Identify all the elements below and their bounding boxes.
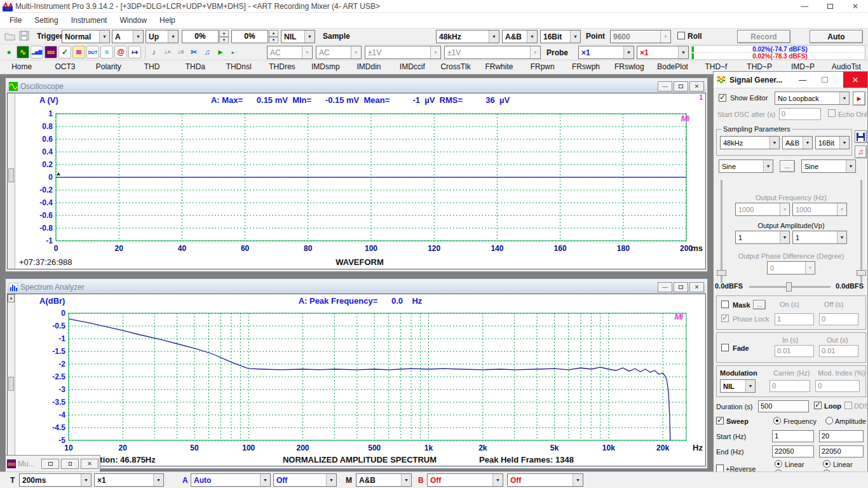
sweep-start-a-field[interactable]: 1 [772,430,814,442]
oscilloscope-icon[interactable]: ∿ [17,46,29,58]
open-icon[interactable] [4,30,16,41]
ddp-viewer-icon[interactable]: @ [114,46,127,58]
channel-b-trigger-select[interactable]: Off▼ [427,473,503,487]
probe-calibration-icon[interactable]: ✂ [187,46,200,58]
menu-window[interactable]: Window [114,14,153,27]
sweep-scale-a-linear-radio[interactable] [775,460,782,468]
zero-a-icon[interactable]: ⊥A [161,46,173,58]
fade-checkbox[interactable] [721,344,729,351]
oscilloscope-pan-strip[interactable] [8,93,15,269]
spectrum-minimize-button[interactable]: — [658,282,672,292]
sample-rate-select[interactable]: 48kHz▼ [436,30,499,43]
trigger-delay-stepper[interactable]: 0%▲▼ [231,30,278,43]
trigger-couple-select[interactable]: NIL▼ [281,30,315,43]
probe-a-select[interactable]: ×1▼ [578,46,634,59]
sample-bits-select[interactable]: 16Bit▼ [540,30,581,43]
roll-checkbox[interactable] [677,32,685,39]
generator-rate-select[interactable]: 48kHz▼ [720,136,780,149]
sample-channels-select[interactable]: A&B▼ [502,30,538,43]
channel-b-filter-select[interactable]: Off▼ [507,473,583,487]
menu-instrument[interactable]: Instrument [65,14,113,27]
play-icon[interactable]: ► [214,46,227,58]
oscilloscope-minimize-button[interactable]: — [658,81,672,92]
sweep-start-b-field[interactable]: 20 [819,430,864,442]
signal-generator-close-button[interactable]: ✕ [843,72,867,88]
loop-checkbox[interactable] [814,402,822,409]
spectrum-title-bar[interactable]: Spectrum Analyzer — ✕ [7,280,706,294]
tab-polarity[interactable]: Polarity [87,60,130,74]
trigger-mode-select[interactable]: Normal▼ [62,30,110,43]
mask-checkbox[interactable] [721,301,729,308]
multimeter-close-button[interactable]: ✕ [81,459,98,469]
show-editor-checkbox[interactable] [719,94,726,102]
signal-generator-maximize-button[interactable] [822,77,828,83]
sweep-end-b-field[interactable]: 22050 [819,445,864,458]
trigger-source-select[interactable]: A▼ [112,30,144,43]
waveform-b-select[interactable]: Sine▼ [801,159,856,173]
generator-save-icon[interactable] [855,130,867,143]
tab-thda[interactable]: THDa [173,60,217,74]
generator-bits-select[interactable]: 16Bit▼ [815,136,850,149]
timebase-select[interactable]: 200ms▼ [19,473,92,487]
amplitude-a-select[interactable]: 1▼ [735,231,790,244]
data-logger-icon[interactable]: ≈ [100,46,113,58]
tab-imdccif[interactable]: IMDccif [391,60,434,74]
waveform-a-select[interactable]: Sine▼ [719,159,773,173]
minimize-button[interactable]: — [792,0,817,13]
scroll-up-icon[interactable]: ▲ [8,294,15,302]
signal-generator-minimize-button[interactable]: — [799,76,806,85]
tab-frwhite[interactable]: FRwhite [477,60,520,74]
spectrum-analyzer-icon[interactable]: ▂▅▇ [31,46,43,58]
sweep-scale-b-linear-radio[interactable] [823,460,831,468]
sound-input-icon[interactable]: ♪ [147,46,160,58]
tab-crosstlk[interactable]: CrossTlk [434,60,477,74]
modulation-type-select[interactable]: NIL▼ [720,379,756,393]
generator-play-button[interactable]: ► [853,92,865,105]
spectrum-close-button[interactable]: ✕ [689,282,704,292]
device-test-plan-icon[interactable]: ✓ [58,46,71,58]
spectrum-maximize-button[interactable] [674,282,688,292]
probe-b-select[interactable]: ×1▼ [637,46,689,59]
auto-button[interactable]: Auto [810,30,863,43]
tab-thd[interactable]: THD [130,60,173,74]
multimeter-restore-button[interactable] [41,459,59,469]
oscilloscope-title-bar[interactable]: Oscilloscope — ✕ [7,79,706,93]
channel-a-filter-select[interactable]: Off▼ [273,473,337,487]
loopback-select[interactable]: No Loopback▼ [775,92,850,105]
channel-a-trigger-select[interactable]: Auto▼ [191,473,271,487]
math-channels-select[interactable]: A&B▼ [356,473,412,487]
device-under-test-icon[interactable]: DUT [86,46,99,58]
tab-oct3[interactable]: OCT3 [43,60,86,74]
sweep-amplitude-radio[interactable] [825,417,833,424]
oscilloscope-maximize-button[interactable] [674,81,688,92]
multiplier-select[interactable]: ×1▼ [94,473,164,487]
close-button[interactable]: ✕ [843,0,868,13]
amplitude-slider-b-thumb[interactable] [857,270,866,276]
trigger-edge-select[interactable]: Up▼ [146,30,179,43]
menu-help[interactable]: Help [154,14,181,27]
tab-imddin[interactable]: IMDdin [347,60,390,74]
duration-field[interactable]: 500 [758,400,809,412]
balance-slider-thumb[interactable] [786,282,792,292]
play-loop-icon[interactable]: ►◦ [227,46,240,58]
sweep-checkbox[interactable] [716,417,724,424]
tab-thdres[interactable]: THDres [261,60,304,74]
derived-data-curve-icon[interactable]: ↦ [128,46,141,58]
tab-frpwn[interactable]: FRpwn [521,60,564,74]
sweep-frequency-radio[interactable] [773,417,781,424]
tab-frswph[interactable]: FRswph [564,60,607,74]
tab-imdsmp[interactable]: IMDsmp [304,60,347,74]
maximize-button[interactable] [817,0,843,13]
run-icon[interactable]: ● [3,46,15,58]
oscilloscope-close-button[interactable]: ✕ [689,81,704,92]
zero-b-icon[interactable]: ⊥B [174,46,187,58]
music-note-icon[interactable]: ♫ [855,146,867,158]
tab-bodeplot[interactable]: BodePlot [651,60,694,74]
menu-setting[interactable]: Setting [29,14,64,27]
save-icon[interactable] [19,30,30,41]
sound-output-icon[interactable]: ♫ [201,46,214,58]
trigger-level-stepper[interactable]: 0%▲▼ [182,30,229,43]
sweep-end-a-field[interactable]: 22050 [772,445,814,458]
multimeter-icon[interactable]: 888 [44,46,57,58]
tab-thdnsl[interactable]: THDnsl [217,60,260,74]
